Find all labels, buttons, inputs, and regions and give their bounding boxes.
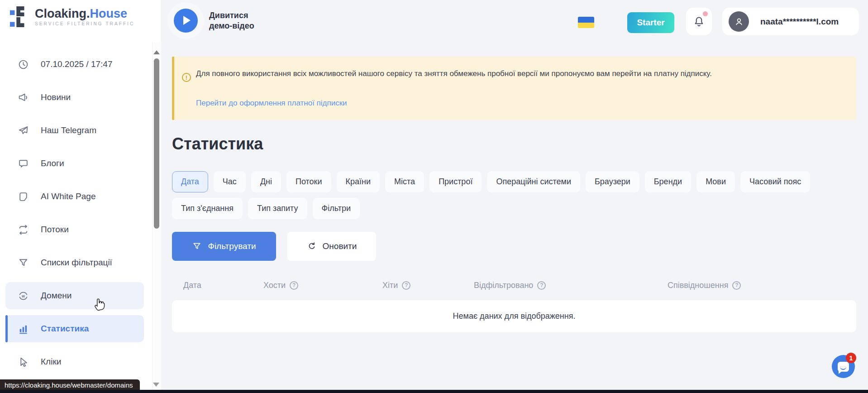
filter-tab-countries[interactable]: Країни	[337, 171, 380, 192]
refresh-icon	[307, 241, 317, 251]
paper-plane-icon	[17, 125, 29, 136]
svg-text:w: w	[21, 293, 25, 298]
refresh-button-label: Оновити	[323, 241, 357, 251]
bar-chart-icon	[17, 323, 29, 335]
person-icon	[733, 16, 745, 28]
filter-tab-streams[interactable]: Потоки	[286, 171, 331, 192]
statistics-filter-tabs: ДатаЧасДніПотокиКраїниМістаПристроїОпера…	[172, 171, 860, 219]
column-header-ratio: Співвідношення?	[668, 281, 856, 290]
brand-logo[interactable]: Cloaking.House SERVICE FILTERING TRAFFIC	[10, 6, 134, 28]
sidebar-scrollbar-thumb[interactable]	[154, 58, 159, 229]
page-title: Статистика	[172, 134, 263, 153]
demo-video-label-line2: демо-відео	[209, 21, 254, 31]
sidebar-item-label: Статистика	[41, 324, 89, 334]
flag-blue-stripe	[578, 17, 594, 23]
action-buttons: Фільтрувати Оновити	[172, 232, 376, 261]
column-label: Хости	[263, 281, 286, 290]
globe-w-icon: w	[17, 290, 29, 302]
ukraine-flag-icon[interactable]	[578, 17, 594, 28]
filter-tab-cities[interactable]: Міста	[385, 171, 424, 192]
column-label: Відфільтровано	[474, 281, 533, 290]
brand-title: Cloaking.House	[35, 7, 134, 20]
sidebar-item-filter-lists[interactable]: Списки фільтрації	[5, 249, 144, 276]
chat-bubble-icon	[838, 362, 849, 372]
empty-state-row: Немає даних для відображення.	[172, 300, 856, 332]
empty-state-text: Немає даних для відображення.	[453, 312, 576, 321]
sidebar-item-domains[interactable]: wДомени	[5, 282, 144, 309]
megaphone-icon	[17, 91, 29, 103]
sidebar-nav: 07.10.2025 / 17:47НовиниНаш TelegramБлог…	[0, 51, 152, 381]
plan-starter-button[interactable]: Starter	[627, 12, 674, 33]
user-account-button[interactable]: naata**********l.com	[722, 8, 859, 35]
column-header-date: Дата	[183, 281, 263, 290]
refresh-button[interactable]: Оновити	[287, 232, 376, 261]
sidebar-item-telegram[interactable]: Наш Telegram	[5, 117, 144, 144]
help-icon[interactable]: ?	[732, 281, 741, 290]
window-bottom-edge	[0, 390, 868, 393]
sidebar-item-datetime[interactable]: 07.10.2025 / 17:47	[5, 51, 144, 78]
notifications-button[interactable]	[686, 8, 712, 35]
sidebar-item-label: Потоки	[41, 225, 69, 235]
demo-video-label[interactable]: Дивитися демо-відео	[209, 10, 254, 31]
chat-smile-icon	[840, 365, 846, 370]
page-icon	[17, 191, 29, 202]
demo-video-play-button[interactable]	[174, 9, 198, 33]
sidebar-item-label: 07.10.2025 / 17:47	[41, 59, 112, 69]
sidebar-item-news[interactable]: Новини	[5, 84, 144, 111]
sidebar-item-label: Блоги	[41, 158, 64, 168]
filter-tab-os[interactable]: Операційні системи	[487, 171, 580, 192]
demo-video-label-line1: Дивитися	[209, 10, 254, 21]
help-icon[interactable]: ?	[290, 281, 298, 290]
help-icon[interactable]: ?	[537, 281, 546, 290]
bell-icon	[692, 15, 706, 28]
trial-warning-banner: ! Для повного використання всіх можливос…	[172, 57, 856, 120]
funnel-icon	[17, 257, 29, 268]
filter-tab-filters[interactable]: Фільтри	[313, 198, 360, 219]
column-label: Хіти	[382, 281, 398, 290]
brand-logo-icon	[10, 6, 29, 28]
notification-dot	[703, 11, 708, 16]
warning-icon: !	[182, 73, 191, 82]
filter-tab-browsers[interactable]: Браузери	[586, 171, 639, 192]
trial-warning-text: Для повного використання всіх можливосте…	[196, 68, 816, 79]
funnel-icon	[192, 241, 202, 251]
cursor-icon	[17, 356, 29, 368]
sidebar-item-label: AI White Page	[41, 192, 95, 201]
sidebar: Cloaking.House SERVICE FILTERING TRAFFIC…	[0, 0, 161, 393]
user-email: naata**********l.com	[760, 17, 839, 27]
loop-icon	[17, 224, 29, 235]
filter-button[interactable]: Фільтрувати	[172, 232, 276, 261]
statistics-table-header: ДатаХости?Хіти?Відфільтровано?Співвіднош…	[172, 277, 856, 293]
sidebar-item-label: Списки фільтрації	[41, 258, 112, 268]
sidebar-item-blogs[interactable]: Блоги	[5, 150, 144, 177]
sidebar-item-label: Новини	[41, 92, 71, 102]
scrollbar-up-arrow[interactable]	[153, 50, 160, 54]
clock-icon	[17, 58, 29, 70]
filter-tab-languages[interactable]: Мови	[696, 171, 735, 192]
column-label: Дата	[183, 281, 201, 290]
chat-bubble-icon	[17, 158, 29, 169]
filter-tab-brands[interactable]: Бренди	[645, 171, 691, 192]
column-label: Співвідношення	[668, 281, 728, 290]
scrollbar-down-arrow[interactable]	[153, 383, 159, 387]
subscription-link[interactable]: Перейти до оформлення платної підписки	[196, 99, 347, 108]
sidebar-item-ai-white-page[interactable]: AI White Page	[5, 183, 144, 210]
sidebar-item-label: Домени	[41, 291, 72, 301]
sidebar-item-clicks[interactable]: Кліки	[5, 348, 144, 375]
filter-tab-request-type[interactable]: Тип запиту	[248, 198, 307, 219]
sidebar-item-label: Кліки	[41, 357, 61, 367]
sidebar-item-streams[interactable]: Потоки	[5, 216, 144, 243]
column-header-filtered: Відфільтровано?	[474, 281, 668, 290]
link-status-bar: https://cloaking.house/webmaster/domains	[0, 379, 140, 391]
filter-tab-days[interactable]: Дні	[251, 171, 281, 192]
chat-unread-badge: 1	[846, 353, 856, 363]
sidebar-item-statistics[interactable]: Статистика	[5, 315, 144, 342]
filter-tab-timezone[interactable]: Часовий пояс	[740, 171, 810, 192]
filter-tab-date[interactable]: Дата	[172, 171, 208, 192]
filter-tab-connection-type[interactable]: Тип з'єднання	[172, 198, 243, 219]
help-icon[interactable]: ?	[402, 281, 410, 290]
flag-yellow-stripe	[578, 23, 594, 28]
filter-tab-time[interactable]: Час	[214, 171, 246, 192]
filter-tab-devices[interactable]: Пристрої	[429, 171, 482, 192]
filter-button-label: Фільтрувати	[208, 241, 256, 251]
